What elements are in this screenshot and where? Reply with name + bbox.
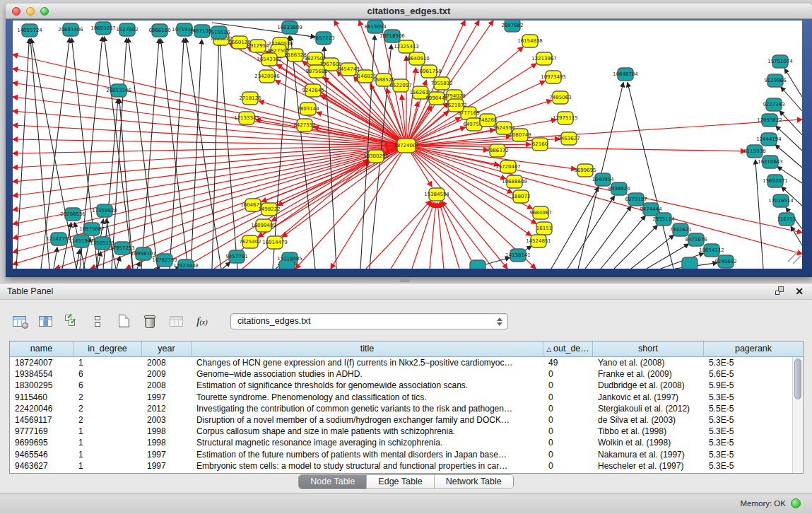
minimize-window-button[interactable]	[26, 7, 35, 16]
svg-text:16914479: 16914479	[262, 240, 288, 245]
table-row[interactable]: 946554611997Estimation of the future num…	[10, 449, 803, 460]
window-titlebar[interactable]: citations_edges.txt	[6, 4, 812, 19]
cell: 0	[543, 392, 593, 403]
cell: 5.5E-5	[704, 403, 803, 414]
cell: Disruption of a novel member of a sodium…	[192, 414, 543, 426]
cell: Wolkin et al. (1998)	[593, 437, 704, 448]
svg-text:2935114: 2935114	[652, 216, 675, 222]
svg-text:12213967: 12213967	[531, 56, 557, 62]
svg-text:12142757: 12142757	[46, 236, 71, 242]
cell: 0	[543, 380, 593, 391]
column-header-short[interactable]: short	[593, 341, 704, 356]
svg-text:16033809: 16033809	[277, 25, 302, 30]
cell: Tourette syndrome. Phenomenology and cla…	[192, 392, 543, 403]
cell: Corpus callosum shape and size in male p…	[192, 426, 543, 437]
function-builder-icon[interactable]: f(x)	[193, 311, 211, 331]
svg-text:8186328: 8186328	[284, 52, 306, 58]
svg-text:16961758: 16961758	[416, 69, 442, 74]
table-row[interactable]: 911546021997Tourette syndrome. Phenomeno…	[10, 392, 803, 403]
table-row[interactable]: 1872400712008Changes of HCN gene express…	[10, 357, 803, 368]
cell: 18300295	[10, 380, 73, 391]
cell: 0	[543, 437, 593, 448]
panel-splitter-handle[interactable]	[400, 279, 410, 282]
new-table-icon[interactable]	[114, 311, 133, 331]
cell: 5.9E-5	[704, 380, 803, 391]
table-vertical-scrollbar[interactable]	[792, 357, 803, 473]
column-header-pagerank[interactable]: pagerank	[704, 341, 803, 356]
cell: Dudbridge et al. (2008)	[593, 380, 704, 391]
row-height-icon[interactable]	[88, 311, 107, 331]
svg-text:6794028: 6794028	[443, 93, 465, 99]
svg-text:14055724: 14055724	[17, 28, 42, 33]
cell: 1	[73, 449, 142, 460]
cell: 9463627	[10, 460, 73, 472]
table-row[interactable]: 946362711997Embryonic stem cells: a mode…	[10, 460, 803, 472]
scrollbar-thumb[interactable]	[794, 358, 801, 399]
cell: 5.3E-5	[704, 437, 803, 448]
table-settings-icon[interactable]	[10, 311, 28, 331]
tab-node-table[interactable]: Node Table	[299, 475, 366, 489]
close-panel-icon[interactable]: ✕	[795, 286, 804, 296]
select-all-checks-icon[interactable]: ✓✓	[62, 311, 81, 331]
cell: 6	[73, 368, 142, 380]
cell: 5.3E-5	[704, 357, 803, 368]
cell: Stergiakouli et al. (2012)	[593, 403, 704, 414]
cell: Estimation of the future numbers of pati…	[192, 449, 543, 460]
svg-text:6966160: 6966160	[148, 28, 170, 33]
svg-text:16782759: 16782759	[152, 257, 177, 263]
cell: Investigating the contribution of common…	[192, 403, 543, 414]
column-header-year[interactable]: year	[142, 341, 192, 356]
cell: 1	[73, 460, 142, 472]
column-header-title[interactable]: title	[192, 341, 543, 356]
svg-text:18640910: 18640910	[404, 56, 430, 62]
float-panel-icon[interactable]	[775, 286, 785, 296]
cell: Tibbo et al. (1998)	[593, 426, 704, 437]
cell: Structural magnetic resonance image aver…	[192, 437, 543, 448]
table-select-dropdown[interactable]: citations_edges.txt	[230, 313, 508, 329]
svg-text:10973493: 10973493	[541, 74, 566, 80]
tab-edge-table[interactable]: Edge Table	[366, 475, 433, 489]
cell: 0	[543, 368, 593, 380]
svg-text:1588520: 1588520	[372, 77, 394, 83]
cell: Embryonic stem cells: a model to study s…	[192, 460, 543, 472]
table-row[interactable]: 1456911722003Disruption of a novel membe…	[10, 414, 803, 426]
column-header-in_degree[interactable]: in_degree	[73, 341, 142, 356]
delete-table-icon[interactable]	[141, 311, 159, 331]
cell: 1997	[142, 449, 192, 460]
dropdown-arrows-icon	[496, 317, 502, 327]
cell: 1	[73, 437, 142, 448]
memory-status-label: Memory: OK	[740, 499, 786, 508]
cell: Changes of HCN gene expression and I(f) …	[192, 357, 543, 368]
svg-text:17016514: 17016514	[768, 198, 794, 204]
window-title: citations_edges.txt	[6, 4, 812, 18]
cell: 6	[73, 380, 142, 391]
svg-text:15751074: 15751074	[767, 59, 793, 64]
table-panel-header: Table Panel ✕	[0, 283, 812, 300]
table-row[interactable]: 2242004622012Investigating the contribut…	[10, 403, 803, 414]
svg-text:14138141: 14138141	[505, 252, 531, 258]
table-row[interactable]: 969969511998Structural magnetic resonanc…	[10, 437, 803, 448]
cell: 2012	[142, 403, 192, 414]
cell: 0	[543, 449, 593, 460]
svg-text:15384554: 15384554	[424, 192, 449, 197]
cell: 2008	[142, 357, 192, 368]
table-tabbar: Node TableEdge TableNetwork Table	[0, 474, 812, 489]
close-window-button[interactable]	[12, 7, 20, 16]
cell: 14569117	[10, 414, 73, 426]
table-row[interactable]: 1830029562008Estimation of significance …	[10, 380, 803, 391]
svg-text:9129966: 9129966	[764, 78, 787, 83]
tab-network-table[interactable]: Network Table	[434, 475, 513, 489]
table-row[interactable]: 1938455462009Genome–wide association stu…	[10, 368, 803, 380]
network-view-frame: 1872400718300295153845549777169649756874…	[6, 19, 812, 277]
cell: Nakamura et al. (1997)	[593, 449, 704, 460]
column-header-out_de[interactable]: △out_de…	[543, 341, 593, 356]
network-graph[interactable]: 1872400718300295153845549777169649756874…	[13, 21, 802, 269]
column-header-name[interactable]: name	[10, 341, 73, 356]
cell: 0	[543, 426, 593, 437]
table-row[interactable]: 977716911998Corpus callosum shape and si…	[10, 426, 803, 437]
svg-text:9463627: 9463627	[558, 136, 579, 141]
column-visibility-icon[interactable]	[36, 311, 54, 331]
zoom-window-button[interactable]	[40, 7, 49, 16]
table-body: 1872400712008Changes of HCN gene express…	[10, 357, 803, 472]
cell: 2008	[142, 380, 192, 391]
